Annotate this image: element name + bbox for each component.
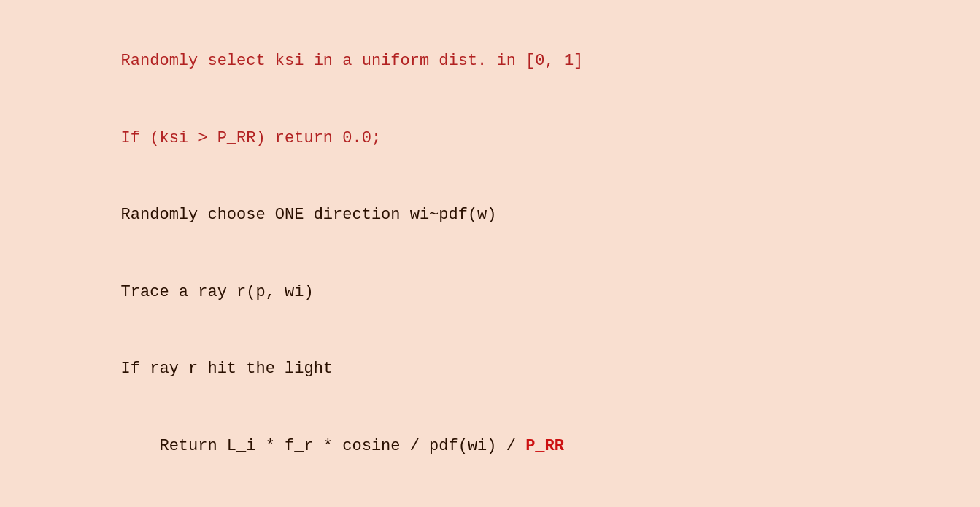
code-line-2: Trace a ray r(p, wi)	[44, 254, 936, 331]
code-line-4: Return L_i * f_r * cosine / pdf(wi) / P_…	[44, 408, 936, 485]
comment-line-1: Manually specify a probability P_RR	[44, 0, 936, 23]
line1-text: Randomly choose ONE direction wi~pdf(w)	[82, 206, 497, 224]
comment-line-2: Randomly select ksi in a uniform dist. i…	[44, 23, 936, 100]
comment3-text: If (ksi > P_RR) return 0.0;	[82, 129, 381, 147]
comment2-text: Randomly select ksi in a uniform dist. i…	[82, 52, 584, 70]
line4-highlight-text: P_RR	[525, 437, 564, 455]
line2-text: Trace a ray r(p, wi)	[82, 283, 314, 301]
code-line-3: If ray r hit the light	[44, 330, 936, 408]
code-line-1: Randomly choose ONE direction wi~pdf(w)	[44, 177, 936, 254]
line4-prefix-text: Return L_i * f_r * cosine / pdf(wi) /	[82, 437, 525, 455]
comment-line-3: If (ksi > P_RR) return 0.0;	[44, 99, 936, 177]
code-block: shade(p, wo) Manually specify a probabil…	[0, 0, 980, 507]
line3-text: If ray r hit the light	[82, 360, 333, 378]
code-line-5: Else If ray r hit an object at q	[44, 484, 936, 507]
